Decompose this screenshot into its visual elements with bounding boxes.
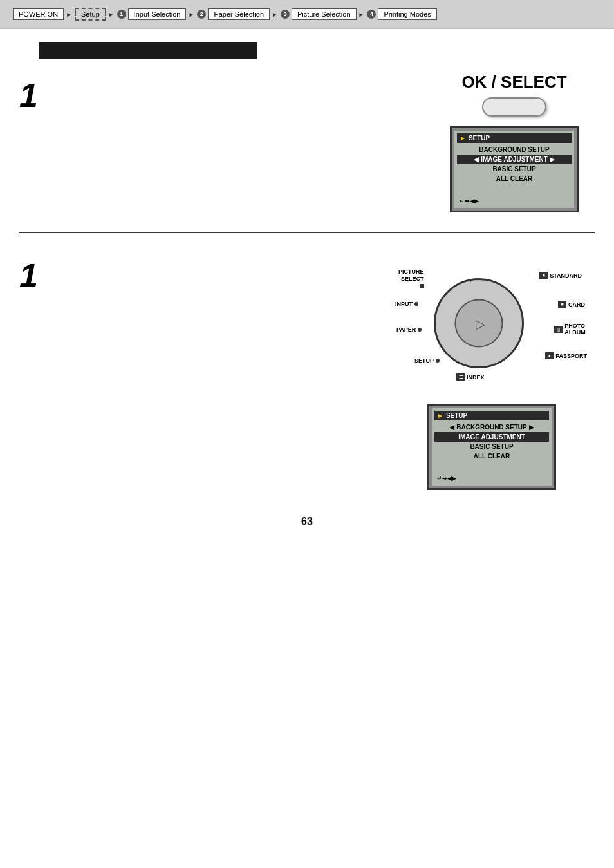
section1-header bbox=[39, 42, 257, 59]
lcd1-title-text: SETUP bbox=[469, 135, 490, 142]
dot-paper bbox=[418, 328, 422, 332]
nav-power-on: POWER ON ► bbox=[13, 8, 72, 20]
label-setup: SETUP bbox=[414, 357, 440, 364]
step1-circle: 1 bbox=[117, 10, 126, 19]
lcd2-item-0-text: BACKGROUND SETUP bbox=[456, 424, 526, 431]
text-paper: PAPER bbox=[396, 326, 416, 333]
input-selection-label: Input Selection bbox=[128, 8, 187, 20]
icon-photo-album: ▯ bbox=[554, 326, 563, 333]
lcd-screen-1: ► SETUP BACKGROUND SETUP ◀ IMAGE ADJUSTM… bbox=[450, 126, 579, 212]
lcd1-item-1-text: IMAGE ADJUSTMENT bbox=[481, 156, 548, 163]
label-card: ■ CARD bbox=[558, 301, 585, 308]
nav-setup: Setup ► bbox=[75, 8, 115, 21]
step2-circle: 2 bbox=[197, 10, 206, 19]
lcd1-right-arrow: ▶ bbox=[550, 156, 555, 163]
arrow-to-standard: → bbox=[466, 277, 473, 285]
lcd2-title-text: SETUP bbox=[446, 412, 467, 419]
dot-picture-select bbox=[420, 284, 424, 288]
nav-arrow-2: ► bbox=[108, 11, 115, 18]
lcd2-footer-icons: ↵➡◀▶ bbox=[437, 475, 456, 482]
lcd2-footer: ↵➡◀▶ bbox=[434, 474, 549, 483]
picture-selection-label: Picture Selection bbox=[292, 8, 357, 20]
dot-setup bbox=[436, 359, 440, 363]
lcd1-title-bar: ► SETUP bbox=[457, 133, 572, 143]
step3-circle: 3 bbox=[281, 10, 290, 19]
nav-step2: 2 Paper Selection ► bbox=[197, 8, 278, 20]
step1-number: 1 bbox=[19, 79, 58, 112]
dial-inner-circle: ▷ bbox=[455, 299, 503, 348]
lcd1-item-2: BASIC SETUP bbox=[457, 164, 572, 174]
icon-card: ■ bbox=[558, 301, 566, 308]
lcd2-item-0: ◀ BACKGROUND SETUP ▶ bbox=[434, 422, 549, 432]
text-passport: PASSPORT bbox=[555, 353, 587, 359]
breadcrumb-nav: POWER ON ► Setup ► 1 Input Selection ► 2… bbox=[0, 0, 614, 29]
nav-step4: 4 Printing Modes bbox=[367, 8, 436, 20]
step1-right-panel: OK / SELECT ► SETUP BACKGROUND SETUP ◀ I… bbox=[434, 72, 595, 212]
text-photo-album: PHOTO- ALBUM bbox=[564, 323, 587, 336]
nav-arrow-3: ► bbox=[188, 11, 194, 18]
icon-index: ☷ bbox=[456, 373, 465, 381]
section-divider bbox=[19, 232, 595, 233]
step4-circle: 4 bbox=[367, 10, 376, 19]
label-paper: PAPER bbox=[396, 326, 422, 333]
page-number: 63 bbox=[0, 516, 614, 527]
label-photo-album: ▯ PHOTO- ALBUM bbox=[554, 323, 587, 336]
icon-standard: ■ bbox=[539, 272, 548, 279]
ok-select-label: OK / SELECT bbox=[461, 72, 566, 92]
section1-content: 1 OK / SELECT ► SETUP BACKGROUND SETUP ◀… bbox=[0, 66, 614, 219]
lcd2-title-bar: ► SETUP bbox=[434, 411, 549, 420]
dot-input bbox=[414, 302, 418, 306]
label-input: INPUT bbox=[395, 301, 418, 307]
dial-play-icon: ▷ bbox=[476, 316, 485, 331]
lcd1-inner: ► SETUP BACKGROUND SETUP ◀ IMAGE ADJUSTM… bbox=[454, 131, 574, 208]
label-picture-select: PICTURE SELECT bbox=[398, 269, 424, 288]
power-on-label: POWER ON bbox=[13, 8, 64, 20]
lcd2-inner: ► SETUP ◀ BACKGROUND SETUP ▶ IMAGE ADJUS… bbox=[432, 408, 552, 486]
lcd1-item-1: ◀ IMAGE ADJUSTMENT ▶ bbox=[457, 155, 572, 164]
dial-outer-circle: ▷ bbox=[434, 278, 524, 368]
icon-passport: ● bbox=[545, 352, 554, 359]
ok-button-visual[interactable] bbox=[482, 97, 546, 117]
step2-number: 1 bbox=[19, 259, 58, 292]
lcd1-title-arrow: ► bbox=[460, 135, 466, 142]
nav-arrow-5: ► bbox=[358, 11, 365, 18]
paper-selection-label: Paper Selection bbox=[208, 8, 270, 20]
lcd2-right-arrow-0: ▶ bbox=[529, 424, 534, 431]
label-standard: ■ STANDARD bbox=[539, 272, 582, 279]
dial-diagram: ▷ PICTURE SELECT → ■ STANDARD INPUT bbox=[395, 252, 588, 401]
lcd1-footer-icons: ↵➡◀▶ bbox=[460, 198, 479, 204]
section2-content: 1 ▷ PICTURE SELECT → bbox=[0, 246, 614, 496]
step2-right-panel: ▷ PICTURE SELECT → ■ STANDARD INPUT bbox=[389, 252, 595, 490]
printing-modes-label: Printing Modes bbox=[378, 8, 436, 20]
nav-arrow-4: ► bbox=[272, 11, 278, 18]
label-passport: ● PASSPORT bbox=[545, 352, 587, 359]
text-setup: SETUP bbox=[414, 357, 434, 364]
lcd2-item-1: IMAGE ADJUSTMENT bbox=[434, 432, 549, 442]
lcd2-item-3: ALL CLEAR bbox=[434, 451, 549, 461]
setup-label: Setup bbox=[75, 8, 106, 21]
lcd-screen-2: ► SETUP ◀ BACKGROUND SETUP ▶ IMAGE ADJUS… bbox=[427, 404, 556, 490]
lcd1-item-0: BACKGROUND SETUP bbox=[457, 145, 572, 155]
text-index: INDEX bbox=[467, 374, 485, 381]
label-index: ☷ INDEX bbox=[456, 373, 485, 381]
lcd2-title-arrow: ► bbox=[437, 412, 443, 419]
text-input: INPUT bbox=[395, 301, 413, 307]
nav-arrow-1: ► bbox=[66, 11, 72, 18]
lcd1-item-3: ALL CLEAR bbox=[457, 174, 572, 184]
lcd1-left-arrow: ◀ bbox=[474, 156, 479, 163]
nav-step1: 1 Input Selection ► bbox=[117, 8, 195, 20]
lcd2-left-arrow: ◀ bbox=[449, 424, 454, 431]
nav-step3: 3 Picture Selection ► bbox=[281, 8, 364, 20]
lcd1-footer: ↵➡◀▶ bbox=[457, 196, 572, 205]
text-card: CARD bbox=[568, 301, 585, 308]
lcd2-item-2: BASIC SETUP bbox=[434, 442, 549, 451]
text-standard: STANDARD bbox=[550, 272, 582, 279]
